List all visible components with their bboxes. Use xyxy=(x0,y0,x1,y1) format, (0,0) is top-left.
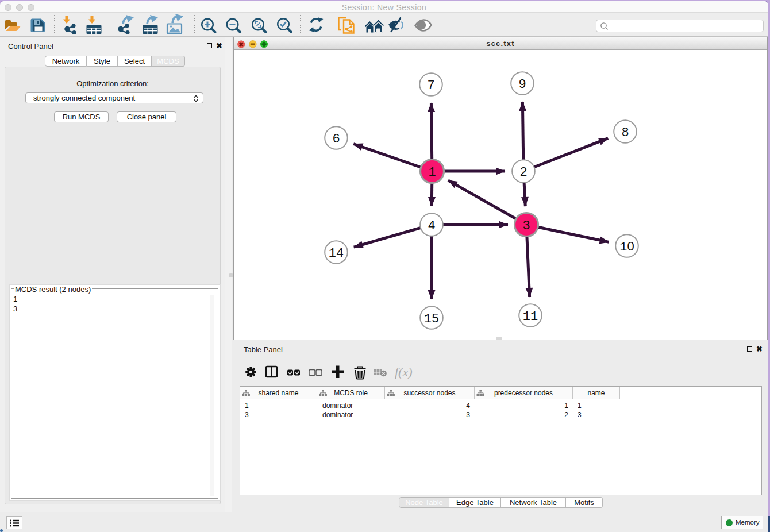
svg-text:6: 6 xyxy=(332,132,340,147)
svg-text:14: 14 xyxy=(329,246,344,261)
svg-text:11: 11 xyxy=(523,310,538,324)
svg-text:15: 15 xyxy=(424,312,439,326)
svg-text:3: 3 xyxy=(522,219,530,233)
svg-text:1: 1 xyxy=(428,165,436,180)
svg-text:4: 4 xyxy=(428,219,435,233)
svg-text:9: 9 xyxy=(518,78,526,92)
svg-text:f(x): f(x) xyxy=(395,365,413,379)
svg-text:10: 10 xyxy=(619,239,634,255)
svg-text:8: 8 xyxy=(621,126,629,140)
svg-text:2: 2 xyxy=(519,165,527,180)
svg-text:7: 7 xyxy=(427,79,434,93)
